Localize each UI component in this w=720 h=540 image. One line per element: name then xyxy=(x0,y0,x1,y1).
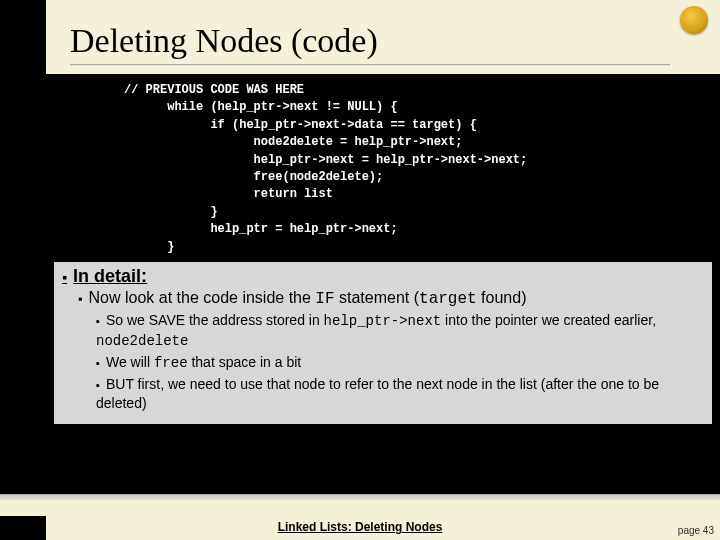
code-line: help_ptr = help_ptr->next; xyxy=(124,222,398,236)
detail-sub-2: We will free that space in a bit xyxy=(96,353,704,373)
code-line: // PREVIOUS CODE WAS HERE xyxy=(124,83,304,97)
code-line: } xyxy=(124,205,218,219)
code-line: free(node2delete); xyxy=(124,170,383,184)
code-inline: free xyxy=(154,355,188,371)
slide: Deleting Nodes (code) // PREVIOUS CODE W… xyxy=(0,0,720,540)
code-line: } xyxy=(124,240,174,254)
content-area: // PREVIOUS CODE WAS HERE while (help_pt… xyxy=(46,74,720,494)
detail-heading-text: In detail: xyxy=(73,266,147,286)
footer-bg xyxy=(0,500,720,516)
code-inline: target xyxy=(419,290,477,308)
text: We will xyxy=(106,354,154,370)
code-line: while (help_ptr->next != NULL) { xyxy=(124,100,398,114)
logo-icon xyxy=(680,6,708,34)
code-inline: help_ptr->next xyxy=(324,313,442,329)
code-line: help_ptr->next = help_ptr->next->next; xyxy=(124,153,527,167)
text: So we SAVE the address stored in xyxy=(106,312,324,328)
footer-text: Linked Lists: Deleting Nodes xyxy=(0,520,720,534)
detail-heading: In detail: xyxy=(62,266,704,287)
code-line: if (help_ptr->next->data == target) { xyxy=(124,118,477,132)
left-black-bar xyxy=(0,0,46,540)
text: found) xyxy=(477,289,527,306)
text: into the pointer we created earlier, xyxy=(441,312,656,328)
detail-sub-1: So we SAVE the address stored in help_pt… xyxy=(96,311,704,351)
footer-strip xyxy=(0,494,720,516)
code-inline: IF xyxy=(315,290,334,308)
code-line: node2delete = help_ptr->next; xyxy=(124,135,462,149)
detail-sub-3: BUT first, we need to use that node to r… xyxy=(96,375,704,413)
title-underline xyxy=(70,64,670,66)
page-number: page 43 xyxy=(678,525,714,536)
detail-box: In detail: Now look at the code inside t… xyxy=(54,262,712,424)
text: BUT first, we need to use that node to r… xyxy=(96,376,659,411)
slide-title: Deleting Nodes (code) xyxy=(70,22,378,60)
text: that space in a bit xyxy=(188,354,302,370)
code-inline: node2delete xyxy=(96,333,188,349)
text: statement ( xyxy=(335,289,419,306)
detail-line-1: Now look at the code inside the IF state… xyxy=(78,289,704,308)
code-block: // PREVIOUS CODE WAS HERE while (help_pt… xyxy=(124,82,674,254)
code-line: return list xyxy=(124,187,333,201)
text: Now look at the code inside the xyxy=(89,289,316,306)
